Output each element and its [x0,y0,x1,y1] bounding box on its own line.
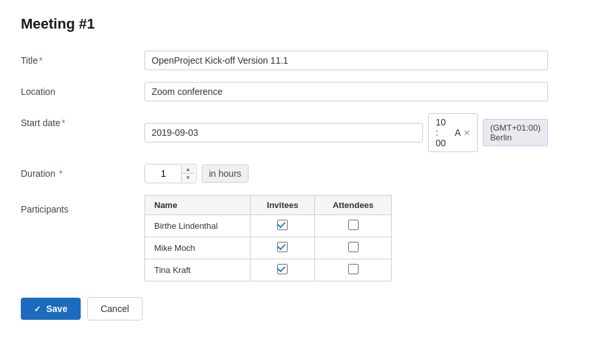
invitee-checkbox[interactable] [277,242,288,252]
duration-unit-label: in hours [202,164,249,183]
location-input[interactable] [144,82,548,101]
location-field-wrap [144,82,548,101]
duration-decrement[interactable]: ▼ [182,174,195,182]
participants-label: Participants [21,195,144,214]
title-row: Title* [21,51,592,70]
participant-name: Tina Kraft [145,259,251,281]
title-field-wrap [144,51,548,70]
duration-row: Duration * ▲ ▼ in hours [21,164,592,183]
participants-field-wrap: Name Invitees Attendees Birthe Lindentha… [144,195,548,281]
time-box: 10 : 00 A✕ [428,113,478,152]
time-value: 10 : 00 [435,117,447,148]
duration-input[interactable] [145,164,181,183]
attendee-checkbox[interactable] [348,242,359,252]
participants-row: Participants Name Invitees Attendees Bir… [21,195,592,281]
duration-spinner: ▲ ▼ [181,165,195,182]
invitee-checkbox[interactable] [277,264,288,274]
col-invitees-header: Invitees [251,196,315,215]
save-button[interactable]: ✓ Save [21,298,81,320]
table-row: Mike Moch [145,237,392,259]
participant-attendee-cell [315,215,392,237]
participant-invitee-cell [251,237,315,259]
start-date-field-wrap: 10 : 00 A✕ (GMT+01:00) Berlin [144,113,548,152]
participant-name: Birthe Lindenthal [145,215,251,237]
timezone-badge: (GMT+01:00) Berlin [483,119,548,146]
location-row: Location [21,82,592,101]
page-title: Meeting #1 [21,16,592,32]
start-date-input[interactable] [144,123,423,142]
col-name-header: Name [145,196,251,215]
title-input[interactable] [144,51,548,70]
table-row: Birthe Lindenthal [145,215,392,237]
attendee-checkbox[interactable] [348,264,359,274]
save-check-icon: ✓ [34,304,41,314]
participants-table: Name Invitees Attendees Birthe Lindentha… [144,195,392,281]
location-label: Location [21,82,144,97]
start-date-row: Start date* 10 : 00 A✕ (GMT+01:00) Berli… [21,113,592,152]
participant-invitee-cell [251,215,315,237]
table-row: Tina Kraft [145,259,392,281]
close-icon[interactable]: ✕ [463,128,470,138]
duration-label: Duration * [21,164,144,179]
duration-input-wrap: ▲ ▼ [144,164,197,183]
ampm-indicator: A [455,127,461,138]
participant-invitee-cell [251,259,315,281]
form-buttons: ✓ Save Cancel [21,297,592,320]
start-date-label: Start date* [21,113,144,128]
title-label: Title* [21,51,144,66]
duration-increment[interactable]: ▲ [182,165,195,174]
table-header-row: Name Invitees Attendees [145,196,392,215]
cancel-button[interactable]: Cancel [87,297,143,320]
participant-attendee-cell [315,259,392,281]
invitee-checkbox[interactable] [277,220,288,230]
participant-attendee-cell [315,237,392,259]
col-attendees-header: Attendees [315,196,392,215]
participant-name: Mike Moch [145,237,251,259]
attendee-checkbox[interactable] [348,220,359,230]
duration-field-wrap: ▲ ▼ in hours [144,164,548,183]
